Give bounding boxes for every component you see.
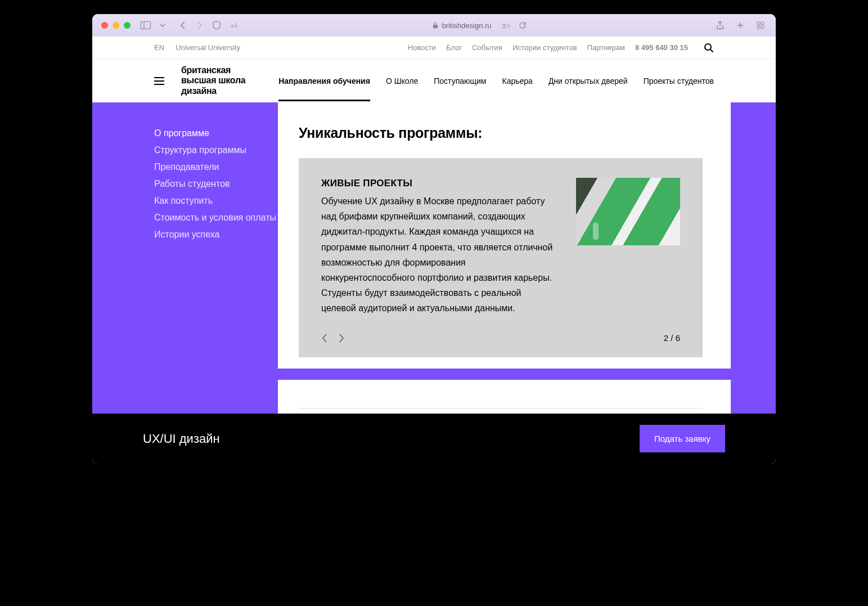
logo-line3: дизайна	[181, 86, 245, 96]
card-description: Обучение UX дизайну в Москве предполагае…	[321, 194, 554, 316]
tabs-grid-icon[interactable]	[754, 21, 767, 29]
topbar-link-events[interactable]: События	[472, 43, 502, 52]
phone-number[interactable]: 8 495 640 30 15	[635, 43, 688, 52]
right-accent-strip	[731, 102, 776, 414]
sidemenu-item-structure[interactable]: Структура программы	[154, 142, 278, 159]
nav-item-career[interactable]: Карьера	[502, 61, 532, 101]
side-menu: О программе Структура программы Преподав…	[92, 102, 278, 414]
card-image	[576, 178, 680, 245]
sidemenu-item-tutors[interactable]: Преподаватели	[154, 159, 278, 176]
main-nav: британская высшая школа дизайна Направле…	[92, 59, 776, 102]
topbar-link-blog[interactable]: Блог	[446, 43, 462, 52]
chrome-right-actions	[714, 21, 767, 30]
back-button[interactable]	[177, 21, 189, 30]
reload-icon[interactable]	[516, 21, 529, 29]
topbar-link-partners[interactable]: Партнерам	[587, 43, 625, 52]
svg-point-9	[705, 44, 711, 50]
logo[interactable]: британская высшая школа дизайна	[181, 65, 245, 96]
prev-slide-button[interactable]	[321, 333, 328, 343]
svg-rect-3	[433, 25, 438, 28]
shield-icon[interactable]	[210, 21, 223, 30]
apply-button[interactable]: Подать заявку	[640, 425, 725, 452]
share-icon[interactable]	[714, 21, 726, 30]
svg-line-10	[710, 50, 713, 52]
topbar-link-news[interactable]: Новости	[408, 43, 436, 52]
nav-item-directions[interactable]: Направления обучения	[278, 61, 370, 101]
logo-line1: британская	[181, 65, 245, 75]
window-maximize-button[interactable]	[124, 22, 131, 29]
nav-arrows	[177, 21, 206, 30]
topbar-link-stories[interactable]: Истории студентов	[512, 43, 577, 52]
svg-rect-8	[761, 26, 764, 29]
browser-window: ᴀA britishdesign.ru 文A	[92, 14, 776, 464]
nav-item-about[interactable]: О Школе	[386, 61, 418, 101]
card-title: ЖИВЫЕ ПРОЕКТЫ	[321, 178, 554, 189]
slide-counter: 2 / 6	[664, 333, 680, 343]
lang-switch[interactable]: EN	[154, 43, 164, 52]
chevron-down-icon[interactable]	[158, 24, 168, 27]
nav-item-applicants[interactable]: Поступающим	[434, 61, 486, 101]
new-tab-icon[interactable]	[734, 21, 746, 29]
sidemenu-item-pricing[interactable]: Стоимость и условия оплаты	[154, 209, 278, 226]
sidemenu-item-about[interactable]: О программе	[154, 125, 278, 142]
sticky-apply-bar: UX/UI дизайн Подать заявку	[92, 414, 776, 464]
svg-rect-0	[141, 22, 151, 29]
address-bar[interactable]: britishdesign.ru 文A	[275, 21, 687, 30]
nav-item-opendays[interactable]: Дни открытых дверей	[548, 61, 628, 101]
svg-rect-6	[761, 22, 764, 25]
feature-card: ЖИВЫЕ ПРОЕКТЫ Обучение UX дизайну в Моск…	[299, 158, 703, 357]
logo-line2: высшая школа	[181, 75, 245, 86]
search-icon[interactable]	[704, 43, 714, 53]
forward-button[interactable]	[194, 21, 206, 30]
browser-chrome: ᴀA britishdesign.ru 文A	[92, 14, 776, 37]
translate-icon[interactable]: 文A	[500, 21, 513, 29]
svg-text:ᴀA: ᴀA	[231, 23, 238, 29]
window-close-button[interactable]	[101, 22, 108, 29]
traffic-lights	[101, 22, 131, 29]
sidebar-toggle-icon[interactable]	[138, 21, 153, 29]
svg-rect-7	[757, 26, 760, 29]
text-format-icon[interactable]: ᴀA	[228, 21, 242, 30]
sidemenu-item-works[interactable]: Работы студентов	[154, 176, 278, 192]
window-minimize-button[interactable]	[113, 22, 119, 29]
svg-text:文A: 文A	[502, 23, 510, 29]
parent-brand-link[interactable]: Universal University	[176, 43, 240, 52]
url-host: britishdesign.ru	[442, 21, 491, 30]
program-title: UX/UI дизайн	[143, 432, 220, 446]
hamburger-menu-icon[interactable]	[154, 77, 164, 85]
svg-rect-5	[757, 22, 760, 25]
nav-item-projects[interactable]: Проекты студентов	[644, 61, 714, 101]
section-title: Уникальность программы:	[299, 125, 703, 141]
next-slide-button[interactable]	[338, 333, 345, 343]
sidemenu-item-success[interactable]: Истории успеха	[154, 226, 278, 243]
utility-bar: EN Universal University Новости Блог Соб…	[92, 37, 776, 59]
sidemenu-item-apply[interactable]: Как поступить	[154, 192, 278, 209]
lock-icon	[433, 22, 438, 29]
